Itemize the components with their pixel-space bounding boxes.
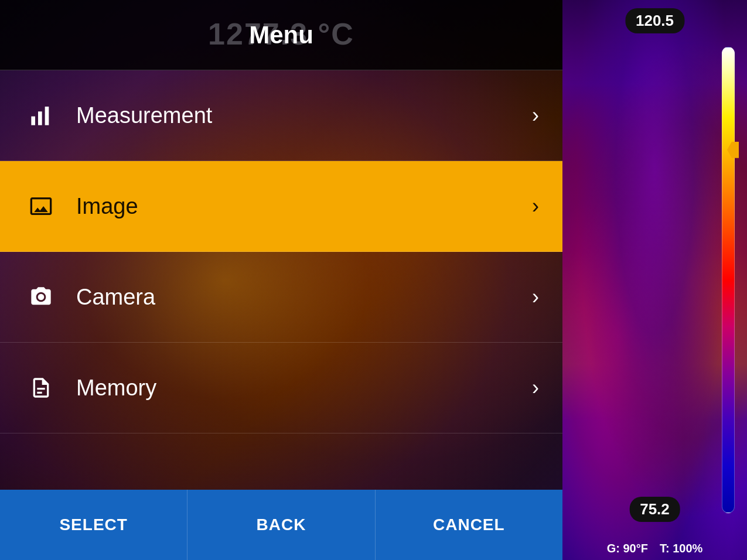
image-label: Image — [76, 194, 532, 219]
temp-high-label: 120.5 — [625, 8, 684, 33]
back-button[interactable]: BACK — [187, 490, 375, 560]
measurement-chevron: › — [532, 103, 539, 128]
svg-rect-2 — [45, 107, 49, 125]
camera-chevron: › — [532, 285, 539, 309]
image-icon — [23, 194, 59, 218]
memory-label: Memory — [76, 375, 532, 401]
menu-item-camera[interactable]: Camera › — [0, 252, 562, 343]
scale-marker — [727, 142, 739, 158]
select-button[interactable]: SELECT — [0, 490, 187, 560]
thermal-bottom-info: G: 90°F T: 100% — [562, 542, 747, 555]
chart-icon — [23, 104, 59, 127]
measurement-label: Measurement — [76, 103, 532, 128]
thermal-panel: 120.5 75.2 G: 90°F T: 100% — [562, 0, 747, 560]
image-chevron: › — [532, 194, 539, 218]
menu-items-list: Measurement › Image › Camera › — [0, 70, 562, 490]
time-label: T: 100% — [660, 542, 702, 555]
scale-bar — [722, 47, 735, 513]
camera-icon — [23, 285, 59, 309]
thermal-image: 120.5 75.2 G: 90°F T: 100% — [562, 0, 747, 560]
svg-rect-1 — [38, 111, 42, 125]
menu-item-measurement[interactable]: Measurement › — [0, 70, 562, 161]
menu-item-image[interactable]: Image › — [0, 161, 562, 252]
menu-title: Menu — [249, 21, 313, 49]
menu-header: 1277.3 °C Menu — [0, 0, 562, 70]
menu-item-memory[interactable]: Memory › — [0, 343, 562, 433]
temp-low-label: 75.2 — [629, 497, 680, 522]
svg-rect-0 — [31, 117, 35, 125]
memory-chevron: › — [532, 375, 539, 400]
scale-bar-container — [720, 47, 736, 513]
cancel-button[interactable]: CANCEL — [376, 490, 562, 560]
gain-label: G: 90°F — [607, 542, 648, 555]
bottom-bar: SELECT BACK CANCEL — [0, 490, 562, 560]
menu-panel: 1277.3 °C Menu Measurement › Imag — [0, 0, 562, 560]
memory-icon — [23, 376, 59, 399]
camera-label: Camera — [76, 285, 532, 310]
